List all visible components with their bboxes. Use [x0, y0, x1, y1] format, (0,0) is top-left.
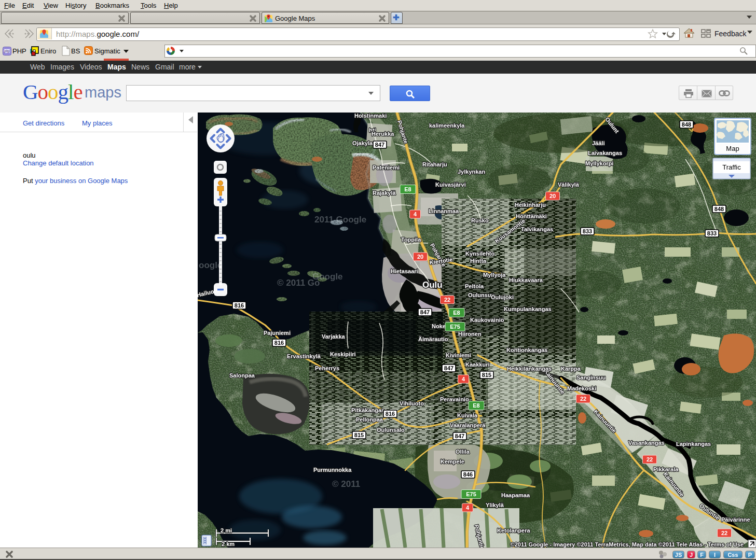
svg-text:Haapamaa: Haapamaa [501, 492, 530, 498]
svg-text:Heikinharju: Heikinharju [515, 202, 546, 208]
svg-text:Oulujoki: Oulujoki [491, 294, 514, 300]
svg-text:848: 848 [682, 121, 691, 128]
svg-text:Pikkarala: Pikkarala [653, 466, 679, 472]
svg-text:Holstinmaki: Holstinmaki [354, 113, 387, 119]
svg-text:2 mi: 2 mi [221, 527, 232, 534]
svg-text:E75: E75 [466, 491, 476, 497]
svg-text:Rusko: Rusko [471, 217, 489, 223]
svg-text:kalimeenkyla: kalimeenkyla [429, 122, 465, 129]
svg-text:Hintta: Hintta [470, 258, 487, 264]
svg-text:Vihiluoto: Vihiluoto [400, 400, 424, 407]
svg-text:22: 22 [580, 396, 586, 402]
svg-text:Madekoski: Madekoski [567, 385, 596, 391]
svg-text:Talvikangas: Talvikangas [521, 226, 553, 232]
svg-text:Kumpulankangas: Kumpulankangas [504, 306, 552, 312]
svg-text:Kontionkangas: Kontionkangas [506, 347, 547, 353]
svg-text:Ojakyla: Ojakyla [352, 140, 373, 146]
svg-text:4: 4 [462, 376, 465, 382]
svg-text:816: 816 [235, 302, 244, 309]
svg-text:Kaukovainio: Kaukovainio [470, 317, 504, 323]
svg-text:Linnanmaa: Linnanmaa [429, 208, 459, 214]
svg-text:Varjakka: Varjakka [322, 333, 346, 340]
svg-text:E8: E8 [404, 186, 411, 192]
svg-text:846: 846 [463, 471, 473, 478]
svg-text:Ervastinkylä: Ervastinkylä [287, 353, 321, 359]
svg-text:Hönttämäki: Hönttämäki [516, 213, 547, 219]
svg-text:Kiviniemi: Kiviniemi [446, 352, 471, 358]
svg-text:Keskipiiri: Keskipiiri [330, 351, 356, 357]
svg-text:847: 847 [375, 142, 384, 148]
svg-text:2 km: 2 km [222, 541, 235, 547]
svg-text:Hiironen: Hiironen [458, 331, 482, 337]
svg-text:815: 815 [354, 432, 364, 438]
svg-text:© 2011: © 2011 [332, 479, 360, 489]
svg-text:847: 847 [420, 309, 430, 315]
svg-text:Rajakylä: Rajakylä [373, 190, 396, 196]
svg-text:Herukka: Herukka [372, 131, 394, 137]
svg-text:Peherrys: Peherrys [315, 365, 339, 371]
svg-text:Vasankangas: Vasankangas [628, 440, 665, 446]
svg-text:Pellonpaa: Pellonpaa [356, 416, 383, 423]
svg-text:22: 22 [721, 530, 727, 536]
svg-text:Lapinkangas: Lapinkangas [676, 441, 711, 447]
svg-text:22: 22 [444, 297, 450, 303]
svg-text:Välikylä: Välikylä [558, 181, 580, 188]
svg-text:2011 Google: 2011 Google [314, 215, 366, 225]
svg-text:Myllyoja: Myllyoja [483, 272, 506, 278]
svg-text:Jääli: Jääli [592, 140, 604, 146]
svg-text:Myllykorpi: Myllykorpi [585, 160, 613, 166]
svg-text:Oulu: Oulu [422, 280, 443, 290]
svg-text:20: 20 [417, 254, 423, 260]
svg-text:847: 847 [455, 433, 464, 439]
svg-text:816: 816 [386, 411, 395, 417]
svg-text:22: 22 [647, 456, 653, 463]
svg-text:833: 833 [707, 230, 717, 236]
svg-text:815: 815 [482, 372, 491, 378]
svg-text:E8: E8 [473, 402, 479, 409]
svg-text:848: 848 [714, 206, 724, 212]
svg-text:Pitkäkangas: Pitkäkangas [351, 407, 384, 413]
svg-text:816: 816 [274, 340, 284, 346]
svg-text:Kuivala: Kuivala [457, 412, 478, 418]
svg-text:E8: E8 [453, 310, 460, 316]
svg-text:Pateniemi: Pateniemi [373, 164, 400, 171]
svg-text:Heikkilänkangas: Heikkilänkangas [507, 366, 552, 372]
svg-text:20: 20 [549, 193, 556, 199]
svg-text:Map: Map [726, 145, 739, 152]
svg-text:Kuivasjärvi: Kuivasjärvi [435, 181, 466, 188]
svg-text:Peravainio: Peravainio [440, 396, 469, 402]
svg-text:© 2011 Go: © 2011 Go [277, 278, 320, 288]
svg-text:Oulunsalo: Oulunsalo [377, 427, 405, 433]
svg-text:Kaakkuri: Kaakkuri [465, 361, 489, 368]
svg-text:Päivärinne: Päivärinne [721, 516, 750, 523]
svg-text:Kempele: Kempele [441, 458, 464, 465]
svg-text:4: 4 [466, 505, 470, 511]
svg-text:Ritaharju: Ritaharju [422, 161, 447, 167]
svg-text:4: 4 [414, 211, 417, 217]
svg-text:Kynsilehto: Kynsilehto [465, 250, 495, 257]
svg-text:Purmunnokka: Purmunnokka [313, 467, 352, 473]
svg-text:Sanginsuu: Sanginsuu [576, 374, 606, 381]
svg-text:Ylikylä: Ylikylä [486, 502, 504, 508]
svg-text:Salonpaa: Salonpaa [229, 372, 255, 379]
svg-text:Hietasaari: Hietasaari [391, 268, 418, 274]
svg-text:Pajuniemi: Pajuniemi [264, 330, 291, 336]
svg-text:E75: E75 [450, 324, 460, 330]
svg-text:Jylkynkan: Jylkynkan [458, 169, 485, 175]
svg-text:Traffic: Traffic [722, 163, 741, 171]
svg-text:847: 847 [444, 365, 453, 371]
svg-text:Peltola: Peltola [465, 283, 484, 289]
svg-text:Ketolanpera: Ketolanpera [497, 527, 530, 534]
svg-text:php: php [4, 49, 10, 53]
svg-text:833: 833 [583, 228, 592, 234]
svg-text:Karppa: Karppa [561, 366, 581, 372]
svg-text:Ollila: Ollila [456, 449, 470, 455]
svg-text:©2011 Google - Imagery ©2011 T: ©2011 Google - Imagery ©2011 TerraMetric… [511, 541, 744, 548]
svg-text:Äimärautio: Äimärautio [418, 336, 448, 342]
svg-text:Vaaralanperä: Vaaralanperä [450, 422, 486, 428]
svg-text:Toppila: Toppila [401, 236, 421, 243]
svg-text:Hiukkavaara: Hiukkavaara [509, 277, 543, 283]
svg-text:oogle: oogle [199, 260, 222, 270]
svg-text:Laivakangas: Laivakangas [588, 150, 622, 156]
